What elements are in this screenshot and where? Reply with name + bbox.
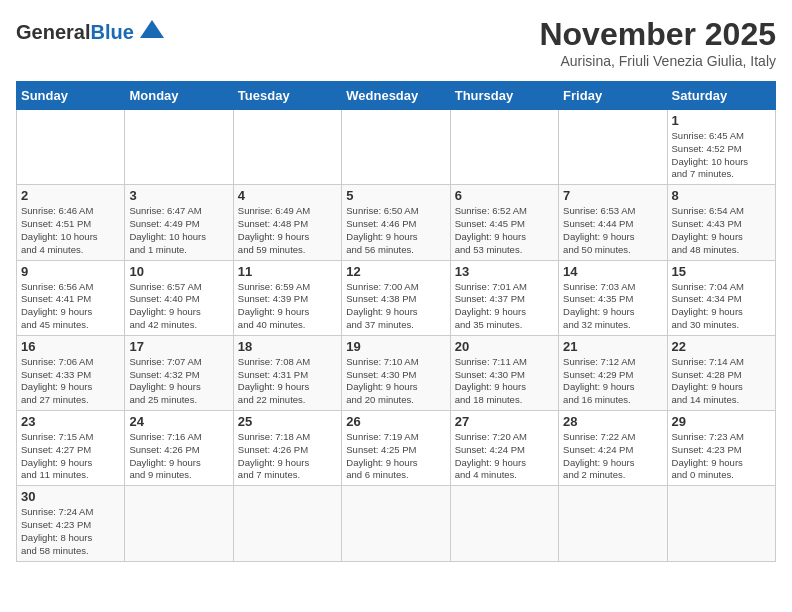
day-info: Sunrise: 7:01 AM Sunset: 4:37 PM Dayligh… — [455, 281, 554, 332]
day-number: 21 — [563, 339, 662, 354]
calendar-cell — [17, 110, 125, 185]
calendar-cell — [559, 110, 667, 185]
weekday-header-monday: Monday — [125, 82, 233, 110]
calendar-cell: 30Sunrise: 7:24 AM Sunset: 4:23 PM Dayli… — [17, 486, 125, 561]
calendar-cell: 18Sunrise: 7:08 AM Sunset: 4:31 PM Dayli… — [233, 335, 341, 410]
logo-icon — [138, 16, 166, 48]
day-number: 16 — [21, 339, 120, 354]
day-info: Sunrise: 7:11 AM Sunset: 4:30 PM Dayligh… — [455, 356, 554, 407]
day-number: 22 — [672, 339, 771, 354]
day-number: 26 — [346, 414, 445, 429]
weekday-header-saturday: Saturday — [667, 82, 775, 110]
calendar-cell: 24Sunrise: 7:16 AM Sunset: 4:26 PM Dayli… — [125, 411, 233, 486]
day-number: 7 — [563, 188, 662, 203]
logo-content: GeneralBlue — [16, 16, 166, 48]
weekday-header-friday: Friday — [559, 82, 667, 110]
calendar-cell — [233, 110, 341, 185]
day-info: Sunrise: 7:16 AM Sunset: 4:26 PM Dayligh… — [129, 431, 228, 482]
title-section: November 2025 Aurisina, Friuli Venezia G… — [539, 16, 776, 69]
calendar-cell — [125, 110, 233, 185]
day-info: Sunrise: 7:19 AM Sunset: 4:25 PM Dayligh… — [346, 431, 445, 482]
day-number: 8 — [672, 188, 771, 203]
month-title: November 2025 — [539, 16, 776, 53]
day-info: Sunrise: 6:54 AM Sunset: 4:43 PM Dayligh… — [672, 205, 771, 256]
day-number: 28 — [563, 414, 662, 429]
calendar-cell: 1Sunrise: 6:45 AM Sunset: 4:52 PM Daylig… — [667, 110, 775, 185]
calendar-cell — [342, 486, 450, 561]
calendar-cell: 4Sunrise: 6:49 AM Sunset: 4:48 PM Daylig… — [233, 185, 341, 260]
day-number: 17 — [129, 339, 228, 354]
calendar-cell: 3Sunrise: 6:47 AM Sunset: 4:49 PM Daylig… — [125, 185, 233, 260]
page-header: GeneralBlue November 2025 Aurisina, Friu… — [16, 16, 776, 69]
svg-marker-0 — [140, 20, 164, 38]
day-info: Sunrise: 6:45 AM Sunset: 4:52 PM Dayligh… — [672, 130, 771, 181]
calendar-cell: 16Sunrise: 7:06 AM Sunset: 4:33 PM Dayli… — [17, 335, 125, 410]
logo-text: GeneralBlue — [16, 21, 134, 44]
day-info: Sunrise: 7:10 AM Sunset: 4:30 PM Dayligh… — [346, 356, 445, 407]
day-number: 5 — [346, 188, 445, 203]
calendar-week-row: 1Sunrise: 6:45 AM Sunset: 4:52 PM Daylig… — [17, 110, 776, 185]
day-number: 30 — [21, 489, 120, 504]
weekday-header-thursday: Thursday — [450, 82, 558, 110]
day-info: Sunrise: 7:18 AM Sunset: 4:26 PM Dayligh… — [238, 431, 337, 482]
calendar-cell — [125, 486, 233, 561]
calendar-cell: 21Sunrise: 7:12 AM Sunset: 4:29 PM Dayli… — [559, 335, 667, 410]
day-info: Sunrise: 6:56 AM Sunset: 4:41 PM Dayligh… — [21, 281, 120, 332]
calendar-week-row: 23Sunrise: 7:15 AM Sunset: 4:27 PM Dayli… — [17, 411, 776, 486]
calendar-cell: 25Sunrise: 7:18 AM Sunset: 4:26 PM Dayli… — [233, 411, 341, 486]
day-number: 13 — [455, 264, 554, 279]
day-info: Sunrise: 7:07 AM Sunset: 4:32 PM Dayligh… — [129, 356, 228, 407]
day-info: Sunrise: 7:14 AM Sunset: 4:28 PM Dayligh… — [672, 356, 771, 407]
day-info: Sunrise: 7:23 AM Sunset: 4:23 PM Dayligh… — [672, 431, 771, 482]
day-info: Sunrise: 6:47 AM Sunset: 4:49 PM Dayligh… — [129, 205, 228, 256]
day-info: Sunrise: 6:57 AM Sunset: 4:40 PM Dayligh… — [129, 281, 228, 332]
day-number: 29 — [672, 414, 771, 429]
calendar-cell: 11Sunrise: 6:59 AM Sunset: 4:39 PM Dayli… — [233, 260, 341, 335]
day-number: 14 — [563, 264, 662, 279]
day-info: Sunrise: 7:08 AM Sunset: 4:31 PM Dayligh… — [238, 356, 337, 407]
calendar-cell: 10Sunrise: 6:57 AM Sunset: 4:40 PM Dayli… — [125, 260, 233, 335]
day-number: 9 — [21, 264, 120, 279]
calendar-cell: 17Sunrise: 7:07 AM Sunset: 4:32 PM Dayli… — [125, 335, 233, 410]
day-number: 20 — [455, 339, 554, 354]
day-info: Sunrise: 7:00 AM Sunset: 4:38 PM Dayligh… — [346, 281, 445, 332]
calendar-cell: 14Sunrise: 7:03 AM Sunset: 4:35 PM Dayli… — [559, 260, 667, 335]
day-info: Sunrise: 7:03 AM Sunset: 4:35 PM Dayligh… — [563, 281, 662, 332]
calendar-cell: 12Sunrise: 7:00 AM Sunset: 4:38 PM Dayli… — [342, 260, 450, 335]
calendar-cell — [450, 486, 558, 561]
day-number: 10 — [129, 264, 228, 279]
day-info: Sunrise: 7:24 AM Sunset: 4:23 PM Dayligh… — [21, 506, 120, 557]
calendar-cell: 20Sunrise: 7:11 AM Sunset: 4:30 PM Dayli… — [450, 335, 558, 410]
subtitle: Aurisina, Friuli Venezia Giulia, Italy — [539, 53, 776, 69]
day-info: Sunrise: 7:04 AM Sunset: 4:34 PM Dayligh… — [672, 281, 771, 332]
calendar-cell: 8Sunrise: 6:54 AM Sunset: 4:43 PM Daylig… — [667, 185, 775, 260]
calendar-cell: 5Sunrise: 6:50 AM Sunset: 4:46 PM Daylig… — [342, 185, 450, 260]
day-number: 12 — [346, 264, 445, 279]
day-info: Sunrise: 6:53 AM Sunset: 4:44 PM Dayligh… — [563, 205, 662, 256]
day-info: Sunrise: 7:20 AM Sunset: 4:24 PM Dayligh… — [455, 431, 554, 482]
calendar-week-row: 2Sunrise: 6:46 AM Sunset: 4:51 PM Daylig… — [17, 185, 776, 260]
day-info: Sunrise: 7:06 AM Sunset: 4:33 PM Dayligh… — [21, 356, 120, 407]
calendar-cell: 27Sunrise: 7:20 AM Sunset: 4:24 PM Dayli… — [450, 411, 558, 486]
day-info: Sunrise: 6:59 AM Sunset: 4:39 PM Dayligh… — [238, 281, 337, 332]
day-number: 27 — [455, 414, 554, 429]
calendar-cell — [233, 486, 341, 561]
day-number: 24 — [129, 414, 228, 429]
calendar-cell: 29Sunrise: 7:23 AM Sunset: 4:23 PM Dayli… — [667, 411, 775, 486]
day-info: Sunrise: 7:15 AM Sunset: 4:27 PM Dayligh… — [21, 431, 120, 482]
day-number: 25 — [238, 414, 337, 429]
calendar-cell: 7Sunrise: 6:53 AM Sunset: 4:44 PM Daylig… — [559, 185, 667, 260]
calendar-cell — [450, 110, 558, 185]
day-number: 1 — [672, 113, 771, 128]
day-number: 2 — [21, 188, 120, 203]
day-number: 11 — [238, 264, 337, 279]
day-info: Sunrise: 6:46 AM Sunset: 4:51 PM Dayligh… — [21, 205, 120, 256]
day-number: 15 — [672, 264, 771, 279]
calendar-week-row: 30Sunrise: 7:24 AM Sunset: 4:23 PM Dayli… — [17, 486, 776, 561]
logo: GeneralBlue — [16, 16, 166, 48]
calendar-cell — [342, 110, 450, 185]
day-number: 23 — [21, 414, 120, 429]
calendar-cell — [559, 486, 667, 561]
weekday-header-tuesday: Tuesday — [233, 82, 341, 110]
calendar-cell: 15Sunrise: 7:04 AM Sunset: 4:34 PM Dayli… — [667, 260, 775, 335]
